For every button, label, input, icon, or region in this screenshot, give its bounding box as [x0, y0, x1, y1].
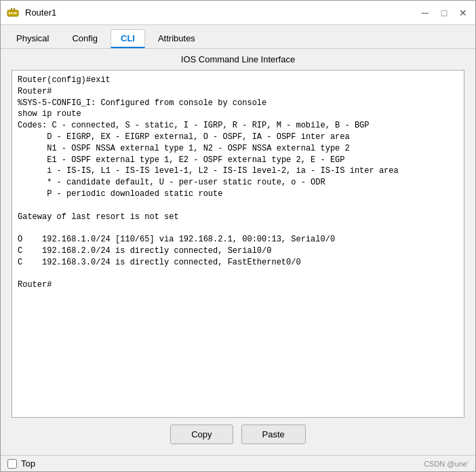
button-row: Copy Paste — [12, 418, 464, 450]
top-label: Top — [21, 458, 35, 469]
close-button[interactable]: ✕ — [456, 7, 470, 19]
top-checkbox[interactable] — [7, 459, 17, 469]
main-window: Router1 ─ □ ✕ Physical Config CLI Attrib… — [0, 0, 476, 472]
router-icon — [6, 6, 20, 20]
watermark: CSDN @une' — [424, 460, 469, 468]
svg-rect-4 — [11, 8, 12, 10]
window-title: Router1 — [25, 7, 418, 18]
section-title: IOS Command Line Interface — [1, 49, 475, 70]
copy-button[interactable]: Copy — [170, 425, 233, 444]
tab-attributes[interactable]: Attributes — [148, 29, 205, 48]
svg-rect-5 — [14, 8, 15, 10]
bottom-bar: Top CSDN @une' — [1, 455, 475, 471]
svg-point-1 — [9, 12, 10, 14]
title-bar: Router1 ─ □ ✕ — [1, 1, 475, 25]
svg-point-2 — [11, 12, 12, 14]
tab-bar: Physical Config CLI Attributes — [1, 25, 475, 49]
tab-physical[interactable]: Physical — [6, 29, 59, 48]
minimize-button[interactable]: ─ — [418, 7, 432, 19]
tab-cli[interactable]: CLI — [111, 29, 145, 48]
maximize-button[interactable]: □ — [437, 7, 451, 19]
svg-rect-3 — [14, 12, 17, 14]
content-area: Router(config)#exit Router# %SYS-5-CONFI… — [1, 70, 475, 455]
tab-config[interactable]: Config — [62, 29, 108, 48]
paste-button[interactable]: Paste — [241, 425, 306, 444]
window-controls: ─ □ ✕ — [418, 7, 470, 19]
cli-terminal[interactable]: Router(config)#exit Router# %SYS-5-CONFI… — [12, 70, 464, 418]
top-checkbox-label[interactable]: Top — [7, 458, 35, 469]
